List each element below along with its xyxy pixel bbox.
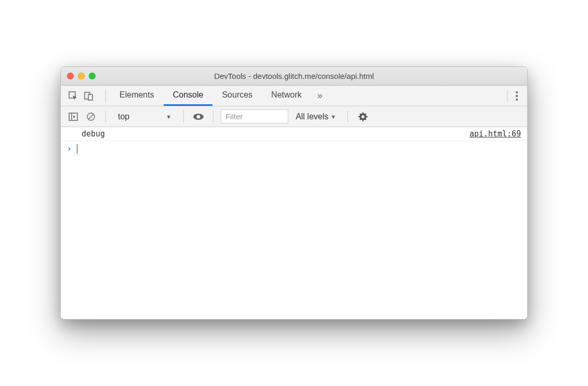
- live-expression-icon[interactable]: [191, 109, 206, 124]
- chevron-down-icon: ▼: [330, 114, 336, 120]
- svg-line-9: [89, 114, 93, 119]
- tab-bar: Elements Console Sources Network »: [61, 86, 527, 106]
- clear-console-icon[interactable]: [84, 109, 98, 124]
- context-label: top: [118, 112, 129, 121]
- cursor: [77, 144, 77, 154]
- separator: [105, 90, 106, 102]
- svg-point-5: [516, 99, 518, 101]
- context-selector[interactable]: top ▼: [113, 109, 176, 124]
- tab-network[interactable]: Network: [262, 86, 311, 106]
- traffic-lights: [67, 73, 96, 79]
- device-toggle-icon[interactable]: [82, 89, 96, 103]
- log-levels-selector[interactable]: All levels ▼: [291, 110, 340, 123]
- levels-label: All levels: [296, 112, 328, 121]
- svg-rect-2: [88, 94, 92, 100]
- chevron-down-icon: ▼: [166, 114, 171, 120]
- separator: [105, 111, 106, 123]
- console-settings-icon[interactable]: [355, 109, 370, 124]
- log-message: debug: [67, 129, 470, 139]
- window-title: DevTools - devtools.glitch.me/console/ap…: [61, 72, 527, 80]
- tab-elements[interactable]: Elements: [110, 86, 164, 106]
- console-body: debug api.html:69 ›: [61, 127, 527, 319]
- filter-input[interactable]: [221, 109, 288, 123]
- svg-point-4: [516, 95, 518, 97]
- maximize-window-button[interactable]: [89, 73, 96, 79]
- svg-point-12: [362, 115, 365, 118]
- devtools-window: DevTools - devtools.glitch.me/console/ap…: [60, 66, 528, 320]
- separator: [348, 111, 348, 123]
- console-prompt[interactable]: ›: [61, 141, 527, 157]
- tab-icons: [66, 89, 101, 103]
- inspect-element-icon[interactable]: [66, 89, 81, 103]
- console-toolbar: top ▼ All levels ▼: [61, 106, 527, 127]
- overflow-menu-icon[interactable]: [512, 91, 522, 101]
- console-log-entry: debug api.html:69: [61, 127, 527, 141]
- log-source-link[interactable]: api.html:69: [470, 129, 521, 139]
- separator: [213, 111, 213, 123]
- tab-console[interactable]: Console: [164, 86, 213, 106]
- minimize-window-button[interactable]: [78, 73, 85, 79]
- prompt-icon: ›: [67, 144, 72, 154]
- tabs-container: Elements Console Sources Network: [110, 86, 311, 106]
- separator: [507, 90, 507, 102]
- tab-sources[interactable]: Sources: [212, 86, 262, 106]
- separator: [183, 111, 184, 123]
- svg-point-3: [516, 91, 518, 93]
- more-tabs-button[interactable]: »: [311, 90, 329, 101]
- close-window-button[interactable]: [67, 73, 74, 79]
- titlebar: DevTools - devtools.glitch.me/console/ap…: [61, 67, 527, 86]
- svg-point-11: [197, 115, 201, 118]
- console-sidebar-toggle-icon[interactable]: [66, 109, 81, 124]
